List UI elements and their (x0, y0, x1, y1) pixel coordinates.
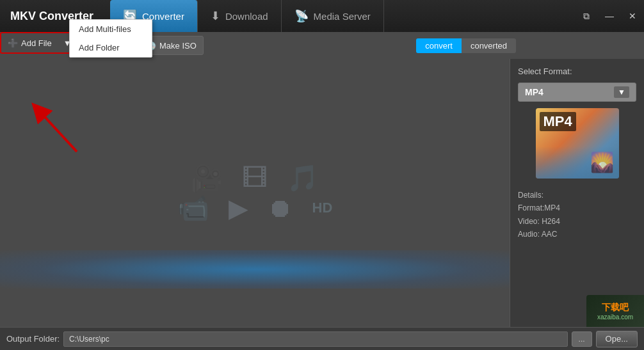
drop-zone[interactable]: 🎥 🎞 🎵 📹 ▶ ⏺ HD (0, 59, 510, 327)
add-multi-files-item[interactable]: Add Multi-files (70, 20, 152, 38)
watermark-text: 下载吧 (602, 302, 629, 314)
add-file-dropdown-menu: Add Multi-files Add Folder (69, 19, 152, 58)
details-label: Details: (518, 189, 636, 202)
media-server-icon: 📡 (294, 9, 309, 23)
nav-tab-download-label: Download (225, 11, 268, 22)
format-dropdown[interactable]: MP4 ▼ (518, 83, 636, 102)
output-folder-label: Output Folder: (6, 334, 60, 344)
minimize-button[interactable]: — (598, 0, 621, 32)
restore-button[interactable]: ⧉ (575, 0, 598, 32)
film-icon: 🎞 (242, 164, 268, 193)
details-audio: Audio: AAC (518, 228, 636, 241)
add-file-icon: ➕ (8, 38, 18, 48)
details-video: Video: H264 (518, 215, 636, 228)
open-button[interactable]: Ope... (596, 331, 638, 347)
format-thumbnail: MP4 🌄 (536, 108, 619, 179)
window-controls: ⧉ — ✕ (575, 0, 644, 32)
video-camera-icon: 🎥 (191, 163, 223, 193)
main-content: 🎥 🎞 🎵 📹 ▶ ⏺ HD (0, 59, 644, 327)
output-path-display: C:\Users\pc (63, 331, 567, 347)
record-icon: ⏺ (268, 194, 293, 223)
right-panel: Select Format: MP4 ▼ MP4 🌄 Details: Form… (510, 59, 644, 327)
add-folder-item[interactable]: Add Folder (70, 38, 152, 57)
arrow-indicator (19, 97, 90, 161)
close-button[interactable]: ✕ (621, 0, 644, 32)
converted-tab-button[interactable]: converted (462, 38, 516, 53)
format-thumbnail-label: MP4 (540, 112, 576, 131)
format-details: Details: Format:MP4 Video: H264 Audio: A… (518, 189, 636, 241)
watermark-sub: xazaiba.com (597, 314, 633, 321)
video-icon: 📹 (177, 193, 209, 223)
add-file-label: Add File (21, 38, 52, 48)
music-note-icon: 🎵 (287, 163, 319, 193)
details-format: Format:MP4 (518, 202, 636, 214)
nav-tab-download[interactable]: ⬇ Download (198, 0, 282, 32)
nav-tab-media-server-label: Media Server (314, 11, 371, 22)
hd-icon: HD (312, 200, 333, 216)
convert-tab-button[interactable]: convert (416, 38, 462, 53)
red-arrow-icon (19, 97, 90, 161)
format-value: MP4 (525, 87, 543, 97)
blue-glow-bar (0, 250, 510, 289)
chevron-down-icon: ▼ (614, 86, 629, 98)
media-icons-background: 🎥 🎞 🎵 📹 ▶ ⏺ HD (177, 163, 333, 223)
bottom-bar: Output Folder: C:\Users\pc ... Ope... (0, 327, 644, 350)
svg-line-1 (38, 110, 77, 152)
add-file-button[interactable]: ➕ Add File (1, 33, 58, 52)
nav-tab-media-server[interactable]: 📡 Media Server (282, 0, 384, 32)
download-icon: ⬇ (211, 9, 220, 23)
watermark: 下载吧 xazaiba.com (586, 295, 644, 327)
make-iso-label: Make ISO (159, 41, 197, 51)
browse-button[interactable]: ... (572, 331, 592, 347)
add-file-area: ➕ Add File ▼ (0, 32, 77, 54)
select-format-label: Select Format: (518, 67, 636, 76)
play-icon: ▶ (229, 193, 248, 223)
convert-toggle: convert converted (416, 38, 516, 53)
